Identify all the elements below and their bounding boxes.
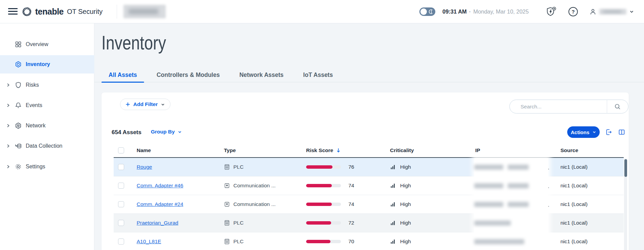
tab-iot-assets[interactable]: IoT Assets xyxy=(296,68,340,82)
search-box xyxy=(509,100,628,113)
clock-date: Monday, Mar 10, 2025 xyxy=(473,8,529,15)
column-header-risk-score[interactable]: Risk Score xyxy=(306,147,341,153)
sidebar-item-events[interactable]: Events xyxy=(0,96,94,114)
column-header-type[interactable]: Type xyxy=(224,147,236,153)
criticality-label: High xyxy=(400,201,411,207)
row-checkbox[interactable] xyxy=(118,183,124,189)
plc-icon xyxy=(224,238,230,245)
network-icon xyxy=(15,122,22,129)
scrollbar-thumb[interactable] xyxy=(624,159,627,177)
asset-name-link[interactable]: A10_L81E xyxy=(137,238,161,244)
source-label: nic1 (Local) xyxy=(560,238,588,244)
site-name-redacted xyxy=(123,5,166,18)
help-icon[interactable]: ? xyxy=(568,7,578,17)
table-row[interactable]: Rouge PLC 76 High xyxy=(114,158,624,176)
sidebar: Overview Inventory Risks xyxy=(0,23,94,250)
tab-network-assets[interactable]: Network Assets xyxy=(232,68,291,82)
sidebar-item-label: Settings xyxy=(26,164,45,170)
chevron-down-icon xyxy=(592,130,596,134)
criticality-label: High xyxy=(400,183,411,189)
risk-score-bar xyxy=(306,240,341,243)
risk-score-value: 72 xyxy=(348,220,354,226)
risk-score-fill xyxy=(306,221,331,225)
actions-label: Actions xyxy=(571,129,589,135)
sidebar-item-network[interactable]: Network xyxy=(0,117,94,135)
risk-score-value: 74 xyxy=(348,183,354,189)
select-all-checkbox[interactable] xyxy=(118,147,124,153)
table-header: Name Type Risk Score Criticality IP Sour… xyxy=(114,143,624,158)
sidebar-item-label: Data Collection xyxy=(26,143,63,149)
clock-time: 09:31 AM xyxy=(442,8,467,15)
clock: 09:31 AM · Monday, Mar 10, 2025 xyxy=(442,0,529,23)
risk-score-bar xyxy=(306,165,341,169)
ip-redacted: . xyxy=(474,176,551,195)
toggle-knob xyxy=(420,8,427,15)
table-row[interactable]: A10_L81E PLC 70 High xyxy=(114,232,624,250)
topbar: tenable OT Security 09:31 AM · Monday, M… xyxy=(0,0,644,23)
chevron-right-icon xyxy=(6,103,10,108)
sidebar-item-risks[interactable]: Risks xyxy=(0,76,94,94)
risk-score-value: 70 xyxy=(348,238,354,245)
chevron-right-icon xyxy=(6,123,10,128)
sidebar-item-settings[interactable]: Settings xyxy=(0,158,94,176)
search-input[interactable] xyxy=(510,100,607,113)
brand-product: OT Security xyxy=(67,8,102,16)
assets-count: 654 Assets xyxy=(112,129,141,136)
column-header-criticality[interactable]: Criticality xyxy=(390,147,414,153)
row-checkbox[interactable] xyxy=(118,201,124,207)
risk-score-bar xyxy=(306,221,341,225)
tab-all-assets[interactable]: All Assets xyxy=(101,68,144,82)
license-shield-icon[interactable] xyxy=(545,6,557,18)
chevron-right-icon xyxy=(6,83,10,87)
ip-redacted xyxy=(474,214,551,232)
asset-type-label: PLC xyxy=(233,238,244,245)
risk-score-fill xyxy=(306,240,330,243)
ip-redacted: . xyxy=(474,158,551,176)
asset-name-link[interactable]: Praetorian_Gurad xyxy=(137,220,178,226)
comm-adapter-icon xyxy=(224,183,230,189)
column-header-ip[interactable]: IP xyxy=(475,147,480,153)
row-checkbox[interactable] xyxy=(118,164,124,170)
criticality-label: High xyxy=(400,220,411,226)
table-row[interactable]: Comm. Adapter #24 Communication ... 74 xyxy=(114,195,624,214)
add-filter-button[interactable]: Add Filter xyxy=(120,99,170,110)
brand-logo: tenable OT Security xyxy=(22,0,102,23)
criticality-bars-icon xyxy=(390,239,396,244)
asset-name-link[interactable]: Comm. Adapter #24 xyxy=(137,201,183,207)
sidebar-item-label: Overview xyxy=(26,41,48,47)
table-row[interactable]: Comm. Adapter #46 Communication ... 74 xyxy=(114,176,624,195)
export-icon[interactable] xyxy=(605,128,613,136)
vertical-scrollbar[interactable] xyxy=(624,159,627,250)
risk-score-value: 76 xyxy=(348,164,354,170)
columns-icon[interactable] xyxy=(618,128,625,136)
search-button[interactable] xyxy=(607,100,628,113)
row-checkbox[interactable] xyxy=(118,238,124,245)
column-header-name[interactable]: Name xyxy=(137,147,151,153)
asset-name-link[interactable]: Rouge xyxy=(137,164,152,170)
risk-score-bar xyxy=(306,203,341,206)
sidebar-item-label: Risks xyxy=(26,82,39,88)
chevron-right-icon xyxy=(6,144,10,148)
source-label: nic1 (Local) xyxy=(560,164,588,170)
hamburger-menu-icon[interactable] xyxy=(8,8,18,15)
sidebar-item-label: Events xyxy=(26,102,42,108)
row-checkbox[interactable] xyxy=(118,220,124,226)
table-row[interactable]: Praetorian_Gurad PLC 72 xyxy=(114,214,624,232)
asset-name-link[interactable]: Comm. Adapter #46 xyxy=(137,183,183,188)
chevron-right-icon xyxy=(6,164,10,169)
user-menu[interactable] xyxy=(589,0,634,23)
sidebar-item-data-collection[interactable]: Data Collection xyxy=(0,137,94,155)
column-header-source[interactable]: Source xyxy=(560,147,578,153)
theme-toggle[interactable] xyxy=(419,7,435,16)
plc-icon xyxy=(224,164,230,170)
tab-controllers-modules[interactable]: Controllers & Modules xyxy=(150,68,227,82)
group-by-button[interactable]: Group By xyxy=(151,129,182,135)
asset-type-label: PLC xyxy=(233,220,244,226)
data-collection-icon xyxy=(15,143,22,149)
ip-redacted: . xyxy=(474,195,551,213)
sidebar-item-inventory[interactable]: Inventory xyxy=(0,55,94,74)
actions-button[interactable]: Actions xyxy=(567,126,600,138)
asset-type-label: Communication ... xyxy=(233,201,276,207)
criticality-bars-icon xyxy=(390,202,396,207)
sidebar-item-overview[interactable]: Overview xyxy=(0,35,94,54)
